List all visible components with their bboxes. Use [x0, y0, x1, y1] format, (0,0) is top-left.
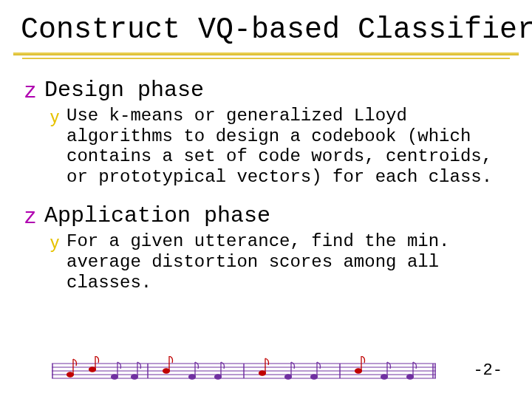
- svg-point-13: [89, 367, 96, 372]
- section-heading-row: z Design phase: [22, 78, 511, 103]
- music-staff-decor: [52, 356, 436, 383]
- section-application: z Application phase y For a given uttera…: [22, 203, 511, 293]
- bullet-level2-icon: y: [47, 106, 62, 188]
- section-design: z Design phase y Use k-means or generali…: [22, 78, 511, 187]
- svg-point-15: [112, 375, 118, 379]
- svg-point-19: [163, 369, 170, 373]
- svg-point-27: [285, 375, 292, 379]
- section-body-text: For a given utterance, find the min. ave…: [66, 231, 502, 293]
- section-body-row: y For a given utterance, find the min. a…: [47, 231, 511, 293]
- bullet-level2-icon: y: [47, 232, 62, 293]
- svg-point-11: [67, 372, 74, 377]
- section-heading: Design phase: [44, 78, 204, 103]
- bullet-level1-icon: z: [22, 79, 38, 101]
- svg-point-35: [407, 375, 414, 379]
- slide: Construct VQ-based Classifiers z Design …: [0, 0, 532, 293]
- svg-point-29: [311, 375, 318, 379]
- svg-point-21: [189, 375, 196, 379]
- svg-point-25: [259, 371, 266, 375]
- section-body-text: Use k-means or generalized Lloyd algorit…: [66, 106, 502, 187]
- bullet-level1-icon: z: [22, 205, 38, 227]
- svg-point-31: [355, 369, 362, 373]
- svg-point-17: [132, 375, 138, 379]
- section-heading: Application phase: [44, 203, 270, 228]
- section-heading-row: z Application phase: [22, 203, 511, 228]
- slide-title: Construct VQ-based Classifiers: [21, 13, 511, 47]
- title-underline: [0, 51, 532, 61]
- section-body-row: y Use k-means or generalized Lloyd algor…: [47, 106, 511, 187]
- svg-point-33: [381, 375, 388, 379]
- svg-point-23: [215, 375, 222, 379]
- page-number: -2-: [473, 361, 502, 380]
